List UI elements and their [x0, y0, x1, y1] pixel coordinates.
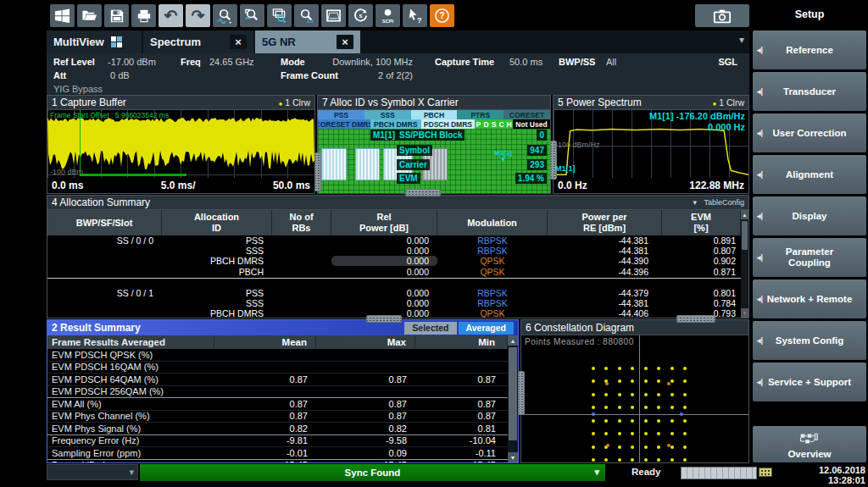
column-header[interactable]: No ofRBs — [272, 210, 331, 235]
tab-averaged[interactable]: Averaged — [459, 322, 514, 335]
column-header[interactable]: RelPower [dB] — [331, 210, 437, 235]
splitter-grip[interactable] — [366, 315, 402, 323]
constellation-axis-point — [680, 412, 683, 416]
freq-label[interactable]: Freq — [181, 57, 201, 67]
allocation-row[interactable]: PBCH DMRS0.000QPSK-44.3900.902 — [47, 256, 741, 266]
bwp-ss-label[interactable]: BWP/SS — [559, 57, 595, 67]
save-button[interactable] — [104, 4, 129, 27]
sequencer-button[interactable]: s — [348, 4, 373, 27]
allocation-row[interactable]: SS / 0 / 1PSS0.000RBPSK-44.3790.801 — [47, 288, 741, 298]
tab-5g-nr[interactable]: 5G NR × — [255, 30, 360, 53]
scroll-thumb[interactable] — [509, 347, 517, 440]
att-value[interactable]: 0 dB — [110, 70, 130, 80]
allocation-scrollbar[interactable] — [741, 210, 748, 318]
print-button[interactable] — [131, 4, 156, 27]
allocation-row[interactable]: PBCH0.000QPSK-44.3960.871 — [47, 267, 741, 277]
scpi-recorder-button[interactable]: SCPI — [376, 4, 400, 27]
result-row[interactable]: EVM PDSCH QPSK (%) — [47, 349, 508, 362]
capture-time-value[interactable]: 50.0 ms — [509, 57, 542, 67]
result-row[interactable]: Sampling Error (ppm)-0.010.09-0.11 — [47, 447, 508, 460]
tab-spectrum[interactable]: Spectrum × — [143, 30, 253, 53]
scroll-up-icon[interactable] — [508, 335, 518, 346]
frame-count-value[interactable]: 2 of 2(2) — [326, 70, 413, 80]
result-row[interactable]: EVM PDSCH 16QAM (%) — [47, 362, 508, 374]
softkey-transducer[interactable]: Transducer — [753, 72, 866, 111]
softkey-service-support[interactable]: Service + Support — [753, 362, 866, 401]
result-row[interactable]: EVM All (%)0.870.870.87 — [47, 398, 508, 411]
alloc-map-titlebar[interactable]: 7 Alloc ID vs Symbol X Carrier — [318, 96, 550, 110]
column-header[interactable]: Modulation — [437, 210, 548, 235]
allocation-summary-titlebar[interactable]: 4 Allocation Summary TableConfig — [47, 196, 748, 210]
windows-menu-button[interactable] — [50, 4, 75, 27]
mode-label[interactable]: Mode — [281, 57, 305, 67]
softkey-system-config[interactable]: System Config — [753, 321, 866, 360]
scroll-thumb[interactable] — [742, 221, 748, 250]
ref-level-label[interactable]: Ref Level — [53, 57, 95, 67]
alloc-map-plot[interactable]: M1[1]SS/PBCH Block0Symbol947Carrier293EV… — [318, 129, 550, 193]
splitter-grip[interactable] — [405, 189, 441, 196]
display-frame-button[interactable] — [321, 4, 346, 27]
constellation-point — [592, 379, 595, 383]
redo-button[interactable]: ↷ — [186, 4, 210, 27]
result-row[interactable]: Power (dBm)-15.45-15.45-15.45 — [47, 460, 508, 463]
splitter-grip[interactable] — [676, 315, 715, 323]
result-row[interactable]: EVM PDSCH 64QAM (%)0.870.870.87 — [47, 374, 508, 386]
column-header[interactable]: BWP/SF/Slot — [47, 210, 162, 235]
softkey-alignment[interactable]: Alignment — [753, 155, 866, 194]
scroll-down-icon[interactable] — [741, 308, 748, 318]
allocation-row[interactable]: SS / 0 / 0PSS0.000RBPSK-44.3810.891 — [47, 235, 741, 246]
bwp-ss-value[interactable]: All — [606, 57, 616, 67]
multi-window-zoom-button[interactable] — [267, 4, 292, 27]
result-row[interactable]: EVM Phys Signal (%)0.820.820.81 — [47, 423, 508, 435]
undo-button[interactable]: ↶ — [159, 4, 183, 27]
result-row[interactable]: Frequency Error (Hz)-9.81-9.58-10.04 — [47, 435, 508, 448]
zoom-selection-button[interactable] — [240, 4, 264, 27]
ref-level-value[interactable]: -17.00 dBm — [108, 57, 156, 67]
result-row[interactable]: EVM PDSCH 256QAM (%) — [47, 386, 508, 399]
column-header[interactable]: EVM[%] — [662, 210, 741, 235]
tab-selected[interactable]: Selected — [404, 322, 456, 335]
zoom-1-1-button[interactable]: 1:1 — [294, 4, 319, 27]
freq-value[interactable]: 24.65 GHz — [209, 57, 254, 67]
mode-value[interactable]: Downlink, 100 MHz — [326, 57, 413, 67]
capture-buffer-titlebar[interactable]: 1 Capture Buffer 1 Clrw — [47, 96, 314, 110]
result-summary-titlebar[interactable]: 2 Result Summary Selected Averaged — [47, 320, 518, 335]
keyboard-icon[interactable] — [759, 468, 772, 477]
att-label[interactable]: Att — [53, 70, 66, 80]
softkey-user-correction[interactable]: User Correction — [753, 113, 866, 152]
overview-button[interactable]: Overview — [753, 426, 866, 462]
result-row[interactable]: EVM Phys Channel (%)0.870.870.87 — [47, 411, 508, 423]
splitter-grip[interactable] — [314, 152, 321, 191]
result-scrollbar[interactable] — [508, 335, 518, 462]
context-help-button[interactable]: ? — [403, 4, 427, 27]
table-config-button[interactable]: TableConfig — [693, 198, 744, 207]
scroll-up-icon[interactable] — [741, 210, 748, 219]
open-file-button[interactable] — [77, 4, 102, 27]
screenshot-button[interactable] — [695, 4, 749, 27]
constellation-point — [644, 367, 648, 370]
softkey-display[interactable]: Display — [753, 196, 866, 235]
column-header[interactable]: AllocationID — [162, 210, 272, 235]
status-dropdown[interactable] — [47, 464, 138, 480]
sync-status-bar[interactable]: Sync Found — [140, 464, 605, 481]
softkey-parameter-coupling[interactable]: Parameter Coupling — [753, 238, 866, 277]
tab-multiview[interactable]: MultiView — [47, 30, 142, 53]
power-spectrum-plot[interactable]: M1[1] -176.20 dBm/Hz 0.000 Hz -100 dBm/H… — [554, 110, 748, 180]
softkey-reference[interactable]: Reference — [753, 30, 866, 69]
help-button[interactable]: ? — [430, 4, 454, 27]
splitter-grip[interactable] — [518, 371, 525, 415]
constellation-plot[interactable]: Points Measured : 880800 — [521, 335, 748, 462]
tab-list-dropdown-icon[interactable] — [739, 34, 744, 46]
capture-buffer-plot[interactable]: Frame Start Offset : 5.966023542 ms -100… — [47, 110, 314, 180]
allocation-row[interactable]: SSS0.000RBPSK-44.3810.784 — [47, 298, 741, 308]
close-5g-nr-icon[interactable]: × — [337, 35, 353, 49]
allocation-table-body: SS / 0 / 0PSS0.000RBPSK-44.3810.891SSS0.… — [47, 235, 741, 318]
zoom-graph-button[interactable] — [213, 4, 237, 27]
close-spectrum-icon[interactable]: × — [230, 35, 247, 49]
capture-time-label[interactable]: Capture Time — [435, 57, 494, 67]
softkey-network-remote[interactable]: Network + Remote — [753, 279, 866, 318]
scroll-down-icon[interactable] — [508, 452, 518, 462]
allocation-row[interactable]: SSS0.000RBPSK-44.3810.807 — [47, 246, 741, 256]
power-spectrum-titlebar[interactable]: 5 Power Spectrum 1 Clrw — [554, 96, 748, 110]
column-header[interactable]: Power perRE [dBm] — [548, 210, 662, 235]
